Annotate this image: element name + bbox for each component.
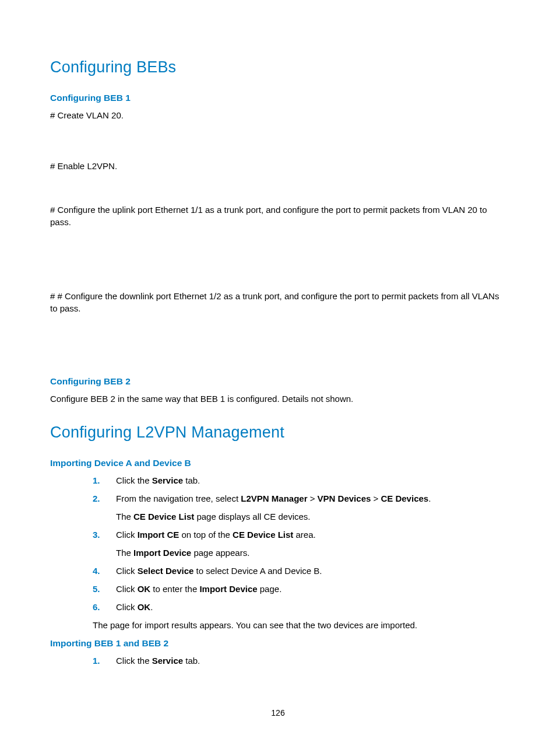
page-content: Configuring BEBs Configuring BEB 1 # Cre… (0, 0, 556, 667)
beb1-step-enable-l2vpn: # Enable L2VPN. (50, 160, 508, 172)
list-item: 1. Click the Service tab. (93, 654, 508, 667)
heading-configuring-beb2: Configuring BEB 2 (50, 376, 508, 387)
step-text: Click the Service tab. (116, 654, 200, 667)
list-item: 2. From the navigation tree, select L2VP… (93, 492, 508, 505)
import-result-note: The page for import results appears. You… (93, 619, 508, 631)
spacer (50, 177, 508, 204)
bold-text: VPN Devices (318, 494, 371, 503)
bold-text: Import Device (133, 548, 191, 558)
bold-text: Service (152, 656, 183, 666)
text: From the navigation tree, select (116, 494, 241, 503)
step-text: Click OK to enter the Import Device page… (116, 583, 281, 595)
text: The (116, 512, 133, 522)
spacer (50, 126, 508, 160)
text: tab. (183, 656, 200, 666)
step3-sub: The Import Device page appears. (116, 547, 508, 559)
list-item: 3. Click Import CE on top of the CE Devi… (93, 528, 508, 541)
text: . (150, 602, 153, 612)
text: The (116, 548, 133, 558)
bold-text: Import CE (138, 530, 180, 540)
beb2-note: Configure BEB 2 in the same way that BEB… (50, 393, 508, 405)
step-number: 1. (93, 656, 116, 666)
page-number: 126 (0, 708, 556, 718)
text: Click the (116, 656, 152, 666)
list-item: 5. Click OK to enter the Import Device p… (93, 583, 508, 595)
step-text: From the navigation tree, select L2VPN M… (116, 492, 431, 505)
step-number: 4. (93, 566, 116, 576)
beb1-step-uplink: # Configure the uplink port Ethernet 1/1… (50, 204, 508, 228)
heading-configuring-bebs: Configuring BEBs (50, 58, 508, 76)
bold-text: CE Devices (381, 494, 428, 503)
spacer (50, 410, 508, 424)
text: Click (116, 530, 138, 540)
text: tab. (183, 475, 200, 485)
list-item: 6. Click OK. (93, 601, 508, 613)
text: Click (116, 566, 138, 576)
text: page appears. (191, 548, 249, 558)
beb1-step-downlink: # # Configure the downlink port Ethernet… (50, 290, 508, 314)
text: to enter the (150, 584, 199, 594)
list-item: 4. Click Select Device to select Device … (93, 565, 508, 577)
steps-import-ab: 1. Click the Service tab. 2. From the na… (93, 474, 508, 505)
text: on top of the (179, 530, 233, 540)
heading-importing-beb12: Importing BEB 1 and BEB 2 (50, 638, 508, 649)
steps-import-ab-cont: 3. Click Import CE on top of the CE Devi… (93, 528, 508, 541)
beb1-step-create-vlan: # Create VLAN 20. (50, 109, 508, 121)
text: Click (116, 584, 138, 594)
text: Click (116, 602, 138, 612)
step-number: 1. (93, 475, 116, 485)
step-text: Click Select Device to select Device A a… (116, 565, 322, 577)
heading-configuring-l2vpn: Configuring L2VPN Management (50, 424, 508, 442)
step-number: 5. (93, 584, 116, 594)
step-number: 6. (93, 602, 116, 612)
list-item: 1. Click the Service tab. (93, 474, 508, 487)
spacer (50, 233, 508, 290)
steps-import-ab-cont2: 4. Click Select Device to select Device … (93, 565, 508, 613)
step2-sub: The CE Device List page displays all CE … (116, 510, 508, 523)
text: Click the (116, 475, 152, 485)
text: to select Device A and Device B. (193, 566, 322, 576)
step-text: Click OK. (116, 601, 153, 613)
step-number: 3. (93, 530, 116, 540)
bold-text: L2VPN Manager (241, 494, 307, 503)
bold-text: CE Device List (133, 512, 194, 522)
text: area. (293, 530, 315, 540)
heading-importing-device-ab: Importing Device A and Device B (50, 458, 508, 468)
spacer (50, 319, 508, 376)
bold-text: Import Device (199, 584, 257, 594)
heading-configuring-beb1: Configuring BEB 1 (50, 93, 508, 103)
step-number: 2. (93, 494, 116, 503)
step-text: Click Import CE on top of the CE Device … (116, 528, 316, 541)
bold-text: Service (152, 475, 183, 485)
text: page. (258, 584, 282, 594)
bold-text: CE Device List (233, 530, 293, 540)
bold-text: OK (138, 584, 151, 594)
step-text: Click the Service tab. (116, 474, 200, 487)
steps-import-beb: 1. Click the Service tab. (93, 654, 508, 667)
bold-text: OK (138, 602, 151, 612)
bold-text: Select Device (138, 566, 194, 576)
text: > (307, 494, 317, 503)
text: . (428, 494, 431, 503)
text: > (371, 494, 381, 503)
text: page displays all CE devices. (194, 512, 310, 522)
